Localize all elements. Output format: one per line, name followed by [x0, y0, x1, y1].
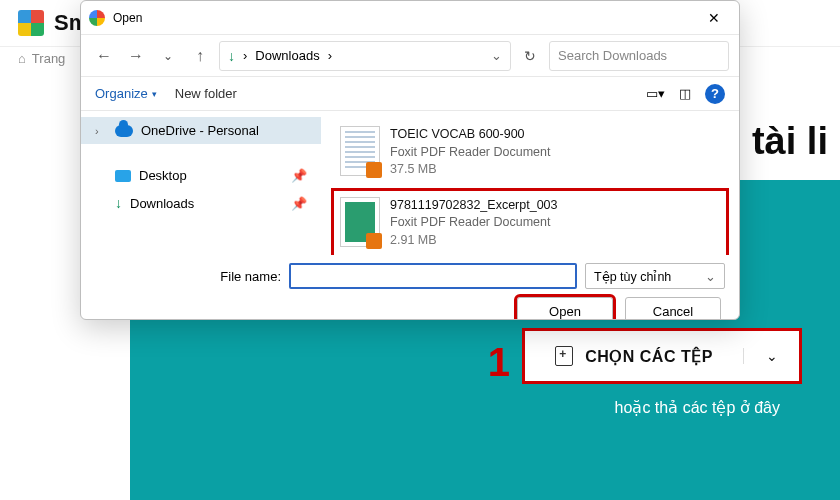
file-type: Foxit PDF Reader Document: [390, 144, 550, 162]
file-type: Foxit PDF Reader Document: [390, 214, 558, 232]
app-logo: [18, 10, 44, 36]
page-title: tài li: [752, 120, 828, 163]
search-input[interactable]: Search Downloads: [549, 41, 729, 71]
file-size: 2.91 MB: [390, 232, 558, 250]
search-placeholder: Search Downloads: [558, 48, 667, 63]
sidebar-item-label: Downloads: [130, 196, 194, 211]
sidebar-item-desktop[interactable]: Desktop 📌: [81, 162, 321, 189]
sidebar-item-downloads[interactable]: ↓ Downloads 📌: [81, 189, 321, 217]
filename-label: File name:: [81, 269, 281, 284]
expand-icon[interactable]: ›: [95, 125, 107, 137]
path-bar[interactable]: ↓ › Downloads › ⌄: [219, 41, 511, 71]
choose-files-label: CHỌN CÁC TỆP: [585, 347, 713, 366]
cancel-button[interactable]: Cancel: [625, 297, 721, 320]
preview-pane-button[interactable]: ◫: [675, 85, 695, 103]
download-icon: ↓: [115, 195, 122, 211]
path-location: Downloads: [255, 48, 319, 63]
chrome-icon: [89, 10, 105, 26]
drop-hint-text: hoặc thả các tệp ở đây: [615, 398, 780, 417]
path-caret: ›: [243, 48, 247, 63]
filename-input[interactable]: [289, 263, 577, 289]
sidebar-item-label: Desktop: [139, 168, 187, 183]
file-type-filter[interactable]: Tệp tùy chỉnh⌄: [585, 263, 725, 289]
nav-up-button[interactable]: ↑: [187, 43, 213, 69]
organize-menu[interactable]: Organize ▾: [95, 86, 157, 101]
cloud-icon: [115, 125, 133, 137]
caret-down-icon: ▾: [152, 89, 157, 99]
nav-forward-button[interactable]: →: [123, 43, 149, 69]
file-size: 37.5 MB: [390, 161, 550, 179]
view-mode-button[interactable]: ▭▾: [645, 85, 665, 103]
file-name: TOEIC VOCAB 600-900: [390, 126, 550, 144]
open-button[interactable]: Open: [517, 297, 613, 320]
path-drop-icon[interactable]: ⌄: [491, 48, 502, 63]
sidebar: › OneDrive - Personal Desktop 📌 ↓ Downlo…: [81, 111, 321, 255]
nav-history-button[interactable]: ⌄: [155, 43, 181, 69]
sidebar-item-onedrive[interactable]: › OneDrive - Personal: [81, 117, 321, 144]
close-button[interactable]: ✕: [697, 10, 731, 26]
annotation-1: 1: [488, 340, 510, 385]
file-item[interactable]: TOEIC VOCAB 600-900 Foxit PDF Reader Doc…: [331, 117, 729, 188]
file-thumbnail: [340, 126, 380, 176]
file-item-highlighted[interactable]: 9781119702832_Excerpt_003 Foxit PDF Read…: [331, 188, 729, 256]
path-caret2: ›: [328, 48, 332, 63]
file-open-dialog: Open ✕ ← → ⌄ ↑ ↓ › Downloads › ⌄ ↻ Searc…: [80, 0, 740, 320]
pin-icon[interactable]: 📌: [291, 168, 307, 183]
download-arrow-icon: ↓: [228, 48, 235, 64]
choose-files-button[interactable]: CHỌN CÁC TỆP ⌄: [522, 328, 802, 384]
breadcrumb[interactable]: Trang: [32, 51, 65, 66]
file-thumbnail: [340, 197, 380, 247]
refresh-button[interactable]: ↻: [517, 43, 543, 69]
file-name: 9781119702832_Excerpt_003: [390, 197, 558, 215]
chevron-down-icon: ⌄: [766, 348, 778, 364]
new-folder-button[interactable]: New folder: [175, 86, 237, 101]
choose-files-dropdown[interactable]: ⌄: [743, 348, 799, 364]
pin-icon[interactable]: 📌: [291, 196, 307, 211]
dialog-title: Open: [113, 11, 689, 25]
home-icon[interactable]: ⌂: [18, 51, 26, 66]
chevron-down-icon: ⌄: [705, 269, 716, 284]
nav-back-button[interactable]: ←: [91, 43, 117, 69]
sidebar-item-label: OneDrive - Personal: [141, 123, 259, 138]
help-button[interactable]: ?: [705, 84, 725, 104]
desktop-icon: [115, 170, 131, 182]
file-plus-icon: [555, 346, 573, 366]
